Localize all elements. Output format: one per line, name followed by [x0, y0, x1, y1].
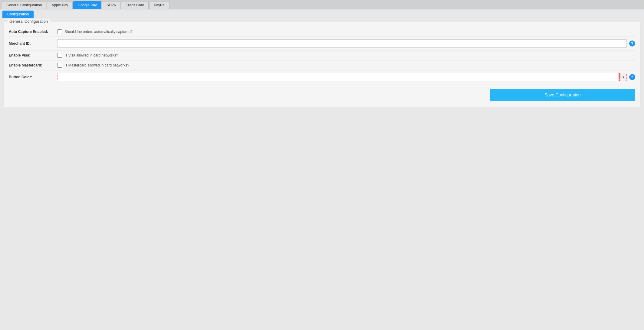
sub-tab-bar: Configuration [0, 9, 644, 18]
button-color-select[interactable] [57, 73, 619, 81]
tab-bar: General Configuration Apple Pay Google P… [0, 0, 644, 9]
config-group: General Configuration Auto Capture Enabl… [4, 22, 640, 107]
auto-capture-helper: Should the orders automatically captured… [64, 30, 133, 34]
button-color-dropdown-wrapper: ▼ [57, 73, 627, 81]
save-configuration-button[interactable]: Save Configuration [490, 89, 635, 101]
enable-mastercard-helper: Is Mastercard allowed in card networks? [64, 63, 129, 67]
tab-credit-card[interactable]: Credit Card [121, 1, 149, 9]
enable-visa-row: Enable Visa: Is Visa allowed in card net… [9, 50, 635, 60]
enable-mastercard-control: Is Mastercard allowed in card networks? [57, 63, 635, 68]
enable-visa-control: Is Visa allowed in card networks? [57, 53, 635, 58]
enable-visa-label: Enable Visa: [9, 53, 57, 57]
sub-tab-configuration[interactable]: Configuration [2, 11, 34, 18]
tab-google-pay[interactable]: Google Pay [73, 1, 101, 9]
tab-apple-pay[interactable]: Apple Pay [47, 1, 73, 9]
tab-general-configuration[interactable]: General Configuration [2, 1, 46, 9]
section-title: General Configuration [8, 19, 50, 24]
merchant-id-control: ? [57, 39, 635, 48]
button-color-dropdown-arrow[interactable]: ▼ [619, 73, 627, 81]
save-row: Save Configuration [9, 89, 635, 101]
merchant-id-help-icon[interactable]: ? [629, 40, 635, 47]
enable-mastercard-checkbox[interactable] [57, 63, 62, 68]
enable-visa-helper: Is Visa allowed in card networks? [64, 53, 118, 57]
button-color-row: Button Color: ▼ ? [9, 70, 635, 84]
button-color-label: Button Color: [9, 75, 57, 79]
button-color-control: ▼ ? [57, 73, 635, 81]
auto-capture-checkbox[interactable] [57, 29, 62, 34]
enable-visa-checkbox[interactable] [57, 53, 62, 58]
button-color-help-icon[interactable]: ? [629, 74, 635, 80]
tab-paypal[interactable]: PayPal [149, 1, 170, 9]
tab-sepa[interactable]: SEPA [102, 1, 120, 9]
enable-mastercard-row: Enable Mastercard: Is Mastercard allowed… [9, 60, 635, 70]
auto-capture-row: Auto Capture Enabled: Should the orders … [9, 27, 635, 37]
auto-capture-label: Auto Capture Enabled: [9, 30, 57, 34]
auto-capture-control: Should the orders automatically captured… [57, 29, 635, 34]
main-content: General Configuration Auto Capture Enabl… [0, 18, 644, 111]
merchant-id-label: Merchant ID: [9, 41, 57, 46]
enable-mastercard-label: Enable Mastercard: [9, 63, 57, 67]
merchant-id-row: Merchant ID: ? [9, 37, 635, 50]
merchant-id-input[interactable] [57, 39, 627, 48]
